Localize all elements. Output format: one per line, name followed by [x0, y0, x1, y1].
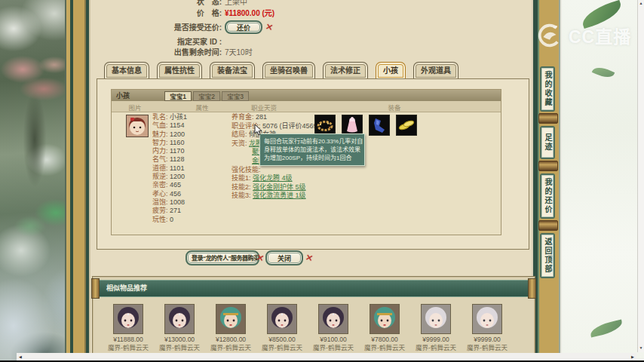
similar-item-card[interactable]: ¥9999.00 魔界-鹤舞云天: [464, 304, 511, 351]
stat-row: 叛逆: 1200: [152, 173, 187, 181]
tab-attributes-resist[interactable]: 属性抗性: [157, 62, 202, 79]
price-row: 价 格: ¥11800.00 (元): [90, 8, 407, 19]
stat-row: 乳名: 小孩1: [152, 113, 187, 121]
stat-row: 孝心: 456: [152, 190, 187, 198]
pink-dress-icon[interactable]: [342, 115, 363, 136]
career-row: 技能2: 强化金刚护体 5级: [232, 183, 320, 192]
golden-shoes-icon[interactable]: [396, 115, 417, 136]
similar-item-card[interactable]: ¥13000.00 魔界-鹤舞云天: [156, 304, 203, 351]
career-row: 强化技能:: [232, 166, 320, 175]
wood-cap-left: [91, 278, 100, 299]
item-price: ¥11888.00: [105, 336, 152, 344]
baby-tab-1[interactable]: 宝宝1: [164, 91, 192, 101]
tab-appearance-items[interactable]: 外观道具: [413, 62, 458, 79]
scroll-down-arrow-icon[interactable]: ▼: [638, 345, 644, 351]
vertical-scrollbar[interactable]: ▲ ▼: [637, 0, 644, 352]
similar-item-card[interactable]: ¥7800.00 魔界-鹤舞云天: [361, 304, 408, 351]
similar-item-card[interactable]: ¥11888.00 魔界-鹤舞云天: [105, 304, 152, 351]
similar-items-section: 相似物品推荐 ¥11888.00 魔界-鹤舞云天 ¥13000.00 魔界-鹤舞…: [92, 276, 535, 362]
child-stats-list: 乳名: 小孩1 气血: 1154 魅力: 1200 智力: 1160 内力: 1…: [152, 113, 187, 224]
wood-knot-divider: [538, 220, 558, 231]
item-server: 魔界-鹤舞云天: [105, 344, 152, 351]
career-row: 技能1: 强化龙腾 4级: [232, 174, 320, 183]
column-header-career: 职业天资: [232, 103, 296, 112]
character-portrait: [472, 304, 502, 334]
tab-mount-summon[interactable]: 坐骑召唤兽: [262, 62, 315, 79]
game-trade-screen: CC直播 状 态: 上架中 价 格: ¥11800.00 (元) 是否接受还价:…: [0, 0, 644, 362]
child-equipment-slots: [314, 115, 417, 136]
skill-link[interactable]: 强化金刚护体 5级: [253, 183, 306, 191]
red-seal-icon: ✕: [255, 252, 265, 264]
cc-live-watermark: CC直播: [535, 21, 631, 50]
item-server: 魔界-鹤舞云天: [207, 344, 254, 351]
similar-item-card[interactable]: ¥9999.00 魔界-鹤舞云天: [412, 304, 459, 351]
sidebar-item-back-to-top[interactable]: 返回顶部: [540, 233, 555, 278]
tooltip-line: 为增加200SP，持续时间为1回合: [264, 154, 360, 162]
stat-row: 疲劳: 271: [152, 207, 187, 215]
sidebar-item-footprints[interactable]: 足迹: [540, 126, 555, 159]
tab-spell-correction[interactable]: 法术修正: [323, 62, 368, 79]
item-price: ¥12800.00: [207, 336, 254, 344]
leaf-decoration: [592, 64, 615, 81]
login-server-buy-button[interactable]: 登录“龙的传人”服务器购买: [186, 250, 259, 265]
status-label: 状 态:: [136, 0, 222, 8]
scroll-up-arrow-icon[interactable]: ▲: [638, 0, 644, 7]
close-button[interactable]: 关闭: [265, 250, 303, 265]
child-info-panel: 小孩 宝宝1 宝宝2 宝宝3 图片 属性 职业天资 装备: [111, 89, 501, 235]
action-buttons-row: 登录“龙的传人”服务器购买 ✕ 关闭 ✕: [90, 250, 532, 267]
skill-link[interactable]: 强化激流勇进 1级: [253, 192, 306, 199]
child-face-icon: [127, 115, 148, 137]
red-seal-icon: ✕: [264, 21, 274, 33]
item-price: ¥13000.00: [156, 336, 203, 344]
price-label: 价 格:: [136, 8, 222, 19]
baby-tab-3[interactable]: 宝宝3: [222, 91, 249, 101]
golden-wreath-icon[interactable]: [314, 115, 336, 136]
scroll-right-arrow-icon[interactable]: ▶: [629, 353, 636, 360]
stat-row: 智力: 1160: [152, 139, 187, 147]
time-left-label: 出售剩余时间:: [136, 48, 222, 58]
similar-item-card[interactable]: ¥8500.00 魔界-鹤舞云天: [259, 304, 305, 351]
cc-live-watermark-text: CC直播: [569, 23, 631, 48]
similar-items-title: 相似物品推荐: [96, 281, 532, 296]
similar-items-row: ¥11888.00 魔界-鹤舞云天 ¥13000.00 魔界-鹤舞云天 ¥128…: [105, 304, 511, 351]
character-portrait: [370, 304, 400, 334]
bargain-row: 是否接受还价: 还价 ✕: [90, 20, 407, 35]
item-price: ¥8500.00: [259, 336, 305, 344]
buyer-id-row: 指定买家 ID :: [90, 37, 407, 48]
similar-item-card[interactable]: ¥9100.00 魔界-鹤舞云天: [310, 304, 357, 351]
column-header-image: 图片: [115, 103, 155, 112]
career-row: 技能3: 强化激流勇进 1级: [232, 192, 320, 201]
status-value: 上架中: [225, 0, 247, 8]
item-server: 魔界-鹤舞云天: [361, 344, 408, 351]
similar-item-card[interactable]: ¥12800.00 魔界-鹤舞云天: [207, 304, 254, 351]
sidebar-item-my-counteroffers[interactable]: 我的还价: [540, 173, 555, 219]
baby-tab-2[interactable]: 宝宝2: [193, 91, 220, 101]
skill-link[interactable]: 强化龙腾 4级: [253, 174, 293, 182]
blue-boots-icon[interactable]: [369, 115, 390, 136]
career-row: 职业评价: 5076 (日评价4569): [232, 122, 320, 131]
stat-row: 魅力: 1200: [152, 130, 187, 139]
leaf-decoration: [589, 320, 624, 338]
tab-equipment-treasure[interactable]: 装备法宝: [210, 62, 255, 79]
tab-child[interactable]: 小孩: [376, 62, 406, 79]
similar-items-titlebar: 相似物品推荐: [95, 280, 532, 297]
bargain-button[interactable]: 还价: [225, 20, 262, 34]
item-server: 魔界-鹤舞云天: [156, 344, 203, 351]
item-price: ¥9100.00: [310, 336, 357, 344]
horizontal-scrollbar[interactable]: ◀ ▶: [17, 353, 636, 360]
tab-basic-info[interactable]: 基本信息: [104, 62, 149, 79]
child-column-headers: 图片 属性 职业天资 装备: [112, 101, 501, 112]
detail-tabs: 基本信息 属性抗性 装备法宝 坐骑召唤兽 法术修正 小孩 外观道具: [104, 62, 458, 79]
character-portrait: [113, 304, 143, 334]
child-tab-panel: 小孩 宝宝1 宝宝2 宝宝3 图片 属性 职业天资 装备: [97, 78, 529, 250]
item-server: 魔界-鹤舞云天: [464, 344, 511, 351]
wood-knot-divider: [538, 161, 558, 171]
item-price: ¥7800.00: [361, 336, 408, 344]
stat-row: 温饱: 1008: [152, 198, 187, 207]
stat-row: 内力: 1170: [152, 147, 187, 155]
buyer-id-label: 指定买家 ID :: [136, 37, 222, 48]
sidebar-item-my-favorites[interactable]: 我的收藏: [540, 66, 555, 112]
character-portrait: [267, 304, 297, 334]
scroll-left-arrow-icon[interactable]: ◀: [17, 353, 24, 360]
item-server: 魔界-鹤舞云天: [259, 344, 305, 351]
